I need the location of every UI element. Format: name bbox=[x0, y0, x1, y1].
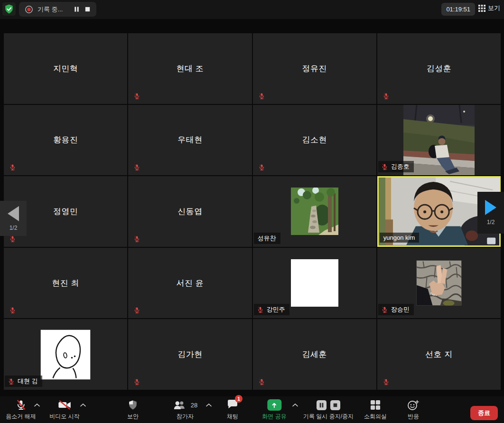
mic-off-icon bbox=[383, 93, 390, 100]
video-grid: 지민혁 현대 조 정유진 김성훈 황용진 우태현 김소현 bbox=[4, 33, 501, 390]
participant-name: yungon kim bbox=[383, 234, 415, 241]
recording-controls[interactable]: 기록 일시 중지/중지 bbox=[303, 399, 354, 421]
recording-label: 기록 중... bbox=[37, 5, 63, 14]
view-label: 보기 bbox=[488, 4, 500, 12]
mic-off-icon bbox=[258, 378, 265, 385]
mic-off-icon bbox=[9, 164, 16, 171]
mic-off-icon bbox=[15, 399, 27, 411]
video-person-sitting-outdoors-night bbox=[403, 105, 475, 175]
participant-name: 현대 조 bbox=[128, 33, 252, 104]
participant-label: 성유찬 bbox=[254, 233, 280, 244]
participant-tile[interactable]: 황용진 bbox=[4, 105, 127, 176]
next-page-button[interactable]: 1/2 bbox=[477, 192, 504, 234]
record-icon bbox=[25, 5, 33, 14]
participants-label: 참가자 bbox=[177, 413, 194, 421]
video-forest-stone-path bbox=[291, 188, 338, 235]
mic-off-icon bbox=[381, 163, 388, 170]
participant-tile[interactable]: 김가현 bbox=[128, 319, 252, 390]
participant-name: 김성훈 bbox=[377, 33, 501, 104]
previous-page-button[interactable]: 1/2 bbox=[0, 201, 27, 236]
unmute-button[interactable]: 음소거 해제 bbox=[6, 399, 36, 421]
chat-button[interactable]: 1 채팅 bbox=[227, 399, 238, 421]
pause-recording-icon[interactable] bbox=[74, 6, 80, 12]
participant-tile-video[interactable]: 성유찬 bbox=[253, 176, 376, 247]
participant-tile[interactable]: 김성훈 bbox=[377, 33, 501, 104]
meeting-timer: 01:19:51 bbox=[441, 3, 475, 16]
participants-count: 28 bbox=[191, 402, 197, 409]
left-arrow-icon bbox=[8, 206, 19, 221]
participant-tile[interactable]: 우태현 bbox=[128, 105, 252, 176]
security-shield-icon bbox=[128, 400, 138, 410]
participant-tile[interactable]: 서진 윤 bbox=[128, 248, 252, 319]
participant-tile-video[interactable]: 대현 김 bbox=[4, 319, 127, 390]
reactions-button[interactable]: 반응 bbox=[407, 399, 420, 421]
participant-tile[interactable]: 김세훈 bbox=[253, 319, 376, 390]
breakout-rooms-button[interactable]: 소회의실 bbox=[364, 399, 387, 421]
participant-name: 우태현 bbox=[128, 105, 252, 176]
participant-name: 성유찬 bbox=[258, 234, 276, 243]
start-video-label: 비디오 시작 bbox=[49, 413, 79, 421]
mic-off-icon bbox=[9, 235, 16, 243]
mic-off-icon bbox=[383, 378, 390, 385]
participant-tile-video[interactable]: 장승민 bbox=[377, 248, 501, 319]
participants-button[interactable]: 28 참가자 bbox=[173, 399, 197, 421]
participant-label: 김종호 bbox=[378, 161, 414, 172]
participant-tile[interactable]: 지민혁 bbox=[4, 33, 127, 104]
view-button[interactable]: 보기 bbox=[478, 4, 500, 12]
page-indicator: 1/2 bbox=[487, 219, 495, 226]
participant-tile[interactable]: 선호 지 bbox=[377, 319, 501, 390]
participant-name: 선호 지 bbox=[377, 319, 501, 390]
participant-name: 신동엽 bbox=[128, 176, 252, 247]
participant-name: 정유진 bbox=[253, 33, 376, 104]
participant-label: 대현 김 bbox=[5, 376, 42, 387]
mic-off-icon bbox=[381, 306, 388, 313]
start-video-button[interactable]: 비디오 시작 bbox=[49, 399, 79, 421]
page-indicator: 1/2 bbox=[9, 225, 18, 231]
pause-recording-icon[interactable] bbox=[316, 400, 327, 411]
mic-off-icon bbox=[257, 306, 264, 313]
meeting-toolbar: 음소거 해제 비디오 시작 보안 28 참가자 1 bbox=[0, 396, 504, 423]
participant-tile[interactable]: 정유진 bbox=[253, 33, 376, 104]
share-screen-icon bbox=[267, 399, 281, 411]
arrow-up-icon bbox=[271, 402, 278, 409]
shield-check-icon bbox=[4, 4, 14, 14]
mic-off-icon bbox=[133, 307, 140, 314]
participants-options-chevron[interactable] bbox=[206, 404, 212, 407]
participant-name: 김소현 bbox=[253, 105, 376, 176]
mic-off-icon bbox=[133, 164, 140, 171]
mic-off-icon bbox=[133, 235, 140, 243]
participant-label: yungon kim bbox=[380, 233, 419, 243]
chat-label: 채팅 bbox=[227, 413, 238, 421]
stop-recording-icon[interactable] bbox=[84, 6, 91, 12]
video-white-square bbox=[291, 259, 338, 307]
participant-tile-video[interactable]: 강민주 bbox=[253, 248, 376, 319]
participant-label: 장승민 bbox=[378, 304, 414, 315]
breakout-rooms-label: 소회의실 bbox=[364, 413, 387, 421]
participant-tile[interactable]: 현대 조 bbox=[128, 33, 252, 104]
participant-tile[interactable]: 현진 최 bbox=[4, 248, 127, 319]
participant-name: 대현 김 bbox=[18, 377, 38, 385]
mic-off-icon bbox=[8, 378, 15, 385]
share-screen-button[interactable]: 화면 공유 bbox=[262, 399, 286, 421]
video-options-chevron[interactable] bbox=[80, 404, 86, 407]
recording-indicator: 기록 중... bbox=[19, 2, 96, 17]
participants-icon bbox=[173, 399, 186, 411]
camera-off-icon bbox=[58, 399, 71, 411]
stop-recording-icon[interactable] bbox=[330, 400, 341, 411]
share-options-chevron[interactable] bbox=[292, 404, 298, 407]
participant-tile-video[interactable]: 김종호 bbox=[377, 105, 501, 176]
audio-options-chevron[interactable] bbox=[34, 404, 40, 407]
zoom-meeting-window: 기록 중... 01:19:51 보기 지민혁 현대 조 정유진 김성훈 bbox=[0, 0, 504, 423]
share-screen-label: 화면 공유 bbox=[262, 413, 286, 421]
breakout-rooms-icon bbox=[370, 400, 381, 410]
right-arrow-icon bbox=[485, 200, 496, 215]
meeting-info-button[interactable] bbox=[2, 2, 16, 16]
end-meeting-button[interactable]: 종료 bbox=[470, 406, 498, 420]
participant-tile[interactable]: 김소현 bbox=[253, 105, 376, 176]
participant-tile[interactable]: 신동엽 bbox=[128, 176, 252, 247]
participant-name: 서진 윤 bbox=[128, 248, 252, 319]
security-button[interactable]: 보안 bbox=[127, 399, 139, 421]
mic-off-icon bbox=[258, 93, 265, 100]
participant-name: 장승민 bbox=[391, 305, 410, 314]
participant-name: 현진 최 bbox=[4, 248, 127, 319]
